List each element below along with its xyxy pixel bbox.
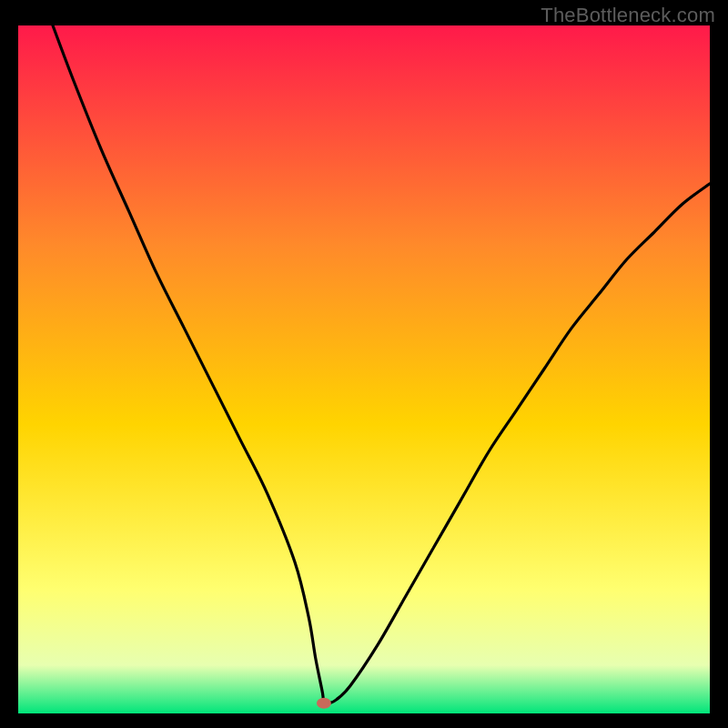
- watermark-text: TheBottleneck.com: [541, 4, 715, 27]
- plot-area: [18, 25, 710, 713]
- chart-svg: [18, 25, 710, 713]
- optimal-point-marker: [317, 698, 331, 709]
- gradient-background: [18, 25, 710, 713]
- chart-frame: TheBottleneck.com: [0, 0, 728, 728]
